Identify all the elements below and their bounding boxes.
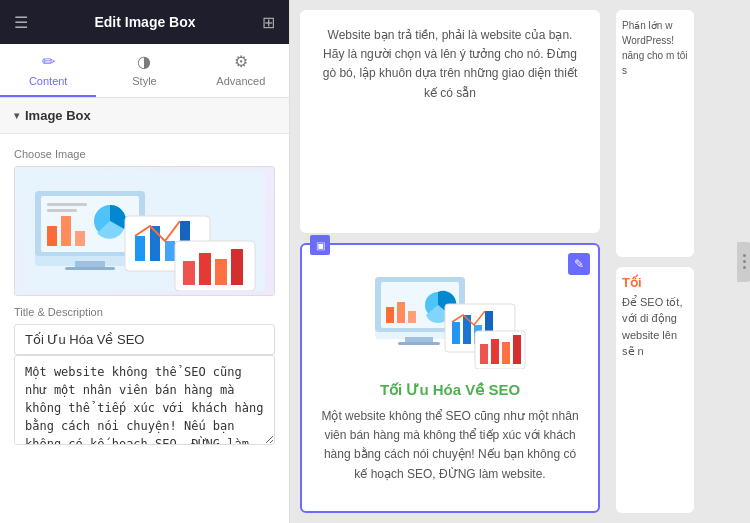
- right-top-card: Phần lớn w WordPress! năng cho m tôi s: [616, 10, 694, 257]
- svg-rect-10: [47, 203, 87, 206]
- panel-header: ☰ Edit Image Box ⊞: [0, 0, 289, 44]
- svg-rect-41: [513, 335, 521, 364]
- svg-rect-29: [397, 302, 405, 323]
- svg-rect-39: [491, 339, 499, 364]
- svg-rect-8: [75, 231, 85, 246]
- left-card: Website bạn trả tiền, phải là website củ…: [300, 10, 600, 233]
- content-grid: Website bạn trả tiền, phải là website củ…: [290, 0, 750, 523]
- svg-rect-19: [199, 253, 211, 285]
- image-svg: [25, 171, 265, 291]
- tabs-row: ✏ Content ◑ Style ⚙ Advanced: [0, 44, 289, 98]
- panel-content: Choose Image: [0, 134, 289, 523]
- edit-button[interactable]: ✎: [568, 253, 590, 275]
- section-label: Image Box: [25, 108, 91, 123]
- svg-rect-3: [75, 261, 105, 267]
- advanced-tab-icon: ⚙: [234, 52, 248, 71]
- svg-rect-28: [386, 307, 394, 323]
- svg-rect-7: [61, 216, 71, 246]
- right-partial-col: Phần lớn w WordPress! năng cho m tôi s T…: [610, 0, 700, 523]
- left-panel: ☰ Edit Image Box ⊞ ✏ Content ◑ Style ⚙ A…: [0, 0, 290, 523]
- menu-icon[interactable]: ☰: [14, 13, 28, 32]
- center-card-title: Tối Ưu Hóa Về SEO: [318, 381, 582, 399]
- center-card[interactable]: ▣ ✎: [300, 243, 600, 513]
- svg-rect-18: [183, 261, 195, 285]
- tab-content[interactable]: ✏ Content: [0, 44, 96, 97]
- panel-title: Edit Image Box: [94, 14, 195, 30]
- selected-badge: ▣: [310, 235, 330, 255]
- tab-style[interactable]: ◑ Style: [96, 44, 192, 97]
- title-desc-label: Title & Description: [14, 306, 275, 318]
- choose-image-label: Choose Image: [14, 148, 275, 160]
- title-input[interactable]: [14, 324, 275, 355]
- image-preview[interactable]: [14, 166, 275, 296]
- svg-rect-6: [47, 226, 57, 246]
- section-header: ▾ Image Box: [0, 98, 289, 134]
- svg-rect-38: [480, 344, 488, 364]
- svg-rect-4: [65, 267, 115, 270]
- tab-advanced[interactable]: ⚙ Advanced: [193, 44, 289, 97]
- style-tab-icon: ◑: [137, 52, 151, 71]
- svg-rect-20: [215, 259, 227, 285]
- right-bottom-card: Tối Để SEO tốt, với di động website lên …: [616, 267, 694, 514]
- right-partial-text: Để SEO tốt, với di động website lên sẽ n: [622, 294, 688, 360]
- right-area: Website bạn trả tiền, phải là website củ…: [290, 0, 750, 523]
- section-arrow[interactable]: ▾: [14, 110, 19, 121]
- content-tab-label: Content: [29, 75, 68, 87]
- description-textarea[interactable]: Một website không thể SEO cũng như một n…: [14, 355, 275, 445]
- grid-icon[interactable]: ⊞: [262, 13, 275, 32]
- svg-rect-11: [47, 209, 77, 212]
- right-partial-title: Tối: [622, 275, 688, 290]
- advanced-tab-label: Advanced: [216, 75, 265, 87]
- center-card-body: Một website không thể SEO cũng như một n…: [318, 407, 582, 484]
- image-mock: [15, 167, 274, 295]
- svg-rect-25: [405, 337, 433, 342]
- svg-rect-15: [165, 241, 175, 261]
- card-image: [370, 269, 530, 369]
- style-tab-label: Style: [132, 75, 156, 87]
- svg-rect-33: [452, 322, 460, 344]
- svg-rect-13: [135, 236, 145, 261]
- svg-rect-26: [398, 342, 440, 345]
- svg-rect-21: [231, 249, 243, 285]
- svg-rect-40: [502, 342, 510, 364]
- left-col: Website bạn trả tiền, phải là website củ…: [290, 0, 610, 523]
- content-tab-icon: ✏: [42, 52, 55, 71]
- left-card-text: Website bạn trả tiền, phải là website củ…: [316, 26, 584, 103]
- svg-rect-30: [408, 311, 416, 323]
